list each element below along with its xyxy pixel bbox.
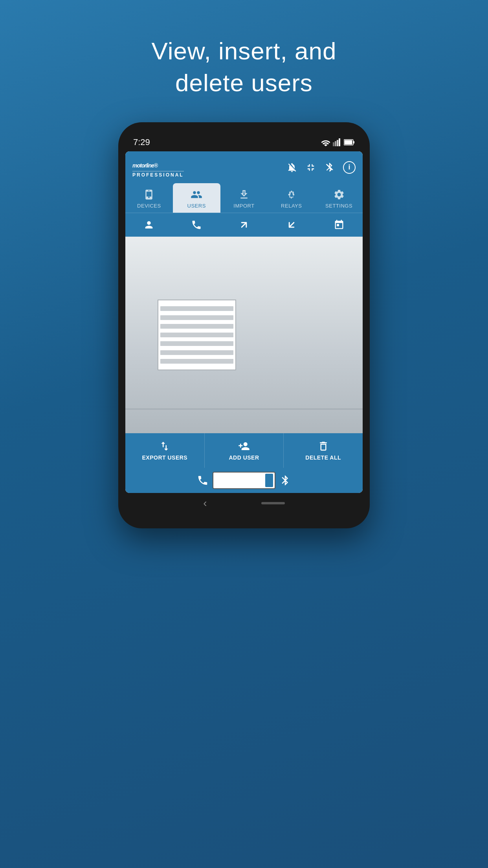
sub-bar [125,213,363,237]
svg-rect-2 [337,140,338,146]
delete-icon [317,440,329,452]
tab-relays[interactable]: RELAYS [268,183,315,213]
arrow-down-left-icon [286,219,297,230]
wifi-icon [321,138,330,146]
garage-background [125,237,363,433]
phone-nav-bar: ‹ [125,493,363,513]
content-area [125,237,363,433]
arrow-up-right-icon [238,219,250,230]
sub-bar-phone[interactable] [173,213,220,237]
phone-device: 7:29 mot [118,122,370,528]
logo-professional: PROFESSIONAL [132,171,184,178]
garage-door [158,300,236,370]
app-logo: motorline® PROFESSIONAL [132,157,184,178]
action-bar: EXPORT USERS ADD USER DELETE ALL [125,433,363,468]
tab-settings[interactable]: SETTINGS [315,183,363,213]
tab-devices[interactable]: DEVICES [125,183,173,213]
fullscreen-exit-icon[interactable] [305,162,316,173]
delete-all-button[interactable]: DELETE ALL [284,433,363,468]
sub-bar-calendar[interactable] [315,213,363,237]
add-user-button[interactable]: ADD USER [205,433,284,468]
sub-bar-arrow-down-left[interactable] [268,213,315,237]
home-pill[interactable] [261,502,285,504]
phone-input[interactable] [213,472,275,489]
status-time: 7:29 [133,137,150,147]
calendar-icon [334,219,345,230]
info-icon[interactable]: i [343,161,356,174]
export-users-button[interactable]: EXPORT USERS [125,433,205,468]
status-icons [321,138,355,146]
sub-bar-user[interactable] [125,213,173,237]
sub-bar-arrow-up-right[interactable] [220,213,268,237]
page-headline: View, insert, and delete users [152,35,337,99]
battery-icon [344,138,355,146]
back-button[interactable]: ‹ [203,497,207,509]
app-bar-icons: i [286,161,356,174]
notifications-off-icon[interactable] [286,162,297,173]
phone-screen: motorline® PROFESSIONAL i [125,151,363,493]
svg-rect-3 [339,138,340,146]
user-icon [143,219,154,230]
svg-rect-1 [335,141,336,146]
tab-users[interactable]: USERS [173,183,220,213]
phone-call-icon [197,474,209,486]
svg-rect-6 [345,140,352,145]
tab-bar: DEVICES USERS IMPORT RELAY [125,183,363,213]
app-bar: motorline® PROFESSIONAL i [125,151,363,183]
bluetooth-disabled-icon[interactable] [324,162,335,173]
signal-icon [333,138,341,146]
add-user-icon [238,440,250,452]
tab-import[interactable]: IMPORT [220,183,268,213]
status-bar: 7:29 [125,134,363,151]
svg-rect-5 [353,141,354,143]
export-icon [159,440,171,452]
input-cursor [265,474,273,487]
svg-rect-0 [333,142,334,146]
phone-icon [191,219,202,230]
bluetooth-icon[interactable] [279,474,291,486]
logo-motorline: motorline® [132,157,184,170]
ground-line [125,408,363,410]
system-bar [125,468,363,493]
